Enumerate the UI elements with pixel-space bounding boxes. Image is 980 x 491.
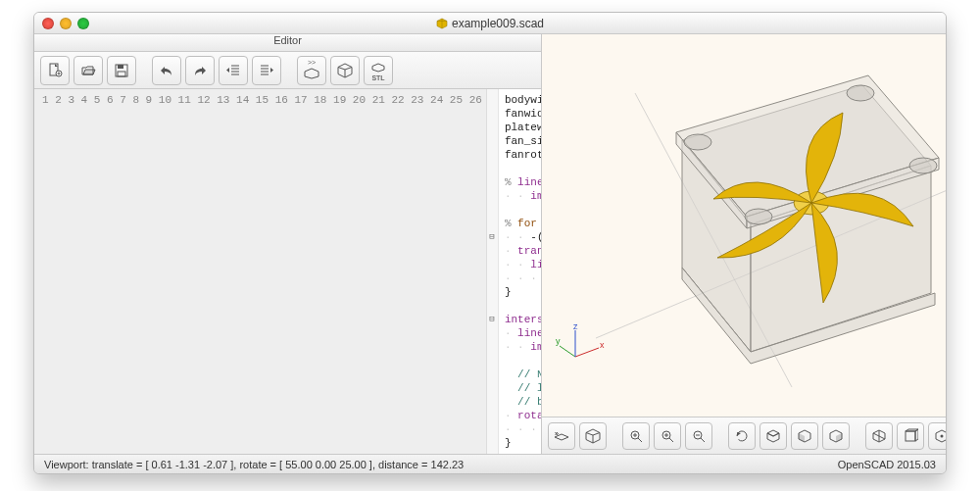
- preview-icon[interactable]: »: [548, 422, 575, 450]
- window-title: example009.scad: [34, 17, 946, 30]
- render-button[interactable]: [330, 56, 360, 85]
- unindent-button[interactable]: [219, 56, 248, 85]
- svg-line-21: [338, 67, 345, 70]
- svg-line-48: [586, 432, 593, 435]
- viewport-pane: x y z »: [542, 34, 946, 454]
- svg-point-74: [941, 434, 944, 437]
- svg-line-40: [560, 346, 575, 357]
- stl-label: STL: [371, 75, 384, 81]
- svg-point-35: [745, 209, 772, 224]
- status-bar: Viewport: translate = [ 0.61 -1.31 -2.07…: [34, 454, 946, 473]
- svg-rect-8: [118, 65, 123, 69]
- open-file-button[interactable]: [74, 56, 103, 85]
- top-view-button[interactable]: [760, 422, 787, 450]
- code-content[interactable]: bodywidth = dxf_dim(file = "example009.d…: [499, 89, 541, 454]
- indent-button[interactable]: [252, 56, 281, 85]
- undo-button[interactable]: [152, 56, 181, 85]
- code-editor[interactable]: 1 2 3 4 5 6 7 8 9 10 11 12 13 14 15 16 1…: [34, 89, 541, 454]
- svg-line-22: [345, 67, 352, 70]
- preview-button[interactable]: >>: [297, 56, 326, 85]
- perspective-button[interactable]: [865, 422, 893, 450]
- orthographic-button[interactable]: [897, 422, 924, 450]
- view-all-button[interactable]: [622, 422, 650, 450]
- reset-view-button[interactable]: [728, 422, 756, 450]
- 3d-viewport[interactable]: x y z: [542, 34, 946, 417]
- svg-point-32: [684, 134, 711, 150]
- svg-marker-62: [767, 433, 779, 442]
- window-title-text: example009.scad: [452, 17, 544, 30]
- svg-point-33: [847, 85, 874, 101]
- redo-button[interactable]: [185, 56, 215, 85]
- svg-rect-70: [906, 431, 915, 441]
- svg-marker-18: [305, 69, 318, 78]
- new-file-button[interactable]: [40, 56, 70, 85]
- svg-text:x: x: [600, 340, 605, 350]
- svg-marker-72: [915, 429, 918, 441]
- svg-marker-61: [767, 430, 779, 436]
- svg-line-51: [638, 438, 642, 442]
- svg-text:y: y: [556, 336, 561, 346]
- viewport-toolbar: »: [542, 417, 946, 454]
- svg-line-38: [575, 348, 599, 357]
- svg-line-49: [593, 432, 600, 435]
- line-number-gutter: 1 2 3 4 5 6 7 8 9 10 11 12 13 14 15 16 1…: [34, 89, 487, 454]
- svg-line-55: [669, 438, 673, 442]
- svg-text:z: z: [573, 322, 578, 331]
- toggle-axes-button[interactable]: [928, 422, 946, 450]
- axis-gizmo: x y z: [556, 322, 605, 371]
- svg-marker-23: [372, 64, 384, 72]
- fold-column[interactable]: ⊟⊟: [487, 89, 499, 454]
- editor-pane-title: Editor: [34, 34, 541, 52]
- app-window: example009.scad Editor >>: [33, 12, 947, 474]
- editor-pane: Editor >> STL: [34, 34, 542, 454]
- status-version: OpenSCAD 2015.03: [838, 459, 936, 470]
- front-view-button[interactable]: [791, 422, 818, 450]
- svg-point-34: [909, 158, 937, 173]
- status-viewport-info: Viewport: translate = [ 0.61 -1.31 -2.07…: [44, 459, 464, 470]
- right-view-button[interactable]: [822, 422, 850, 450]
- app-icon: [436, 18, 448, 29]
- svg-line-59: [701, 438, 705, 442]
- editor-toolbar: >> STL: [34, 52, 541, 89]
- svg-rect-9: [118, 72, 125, 76]
- titlebar: example009.scad: [34, 13, 946, 34]
- export-stl-button[interactable]: STL: [364, 56, 393, 85]
- zoom-out-button[interactable]: [685, 422, 712, 450]
- render-icon[interactable]: [579, 422, 607, 450]
- save-file-button[interactable]: [107, 56, 136, 85]
- zoom-in-button[interactable]: [654, 422, 681, 450]
